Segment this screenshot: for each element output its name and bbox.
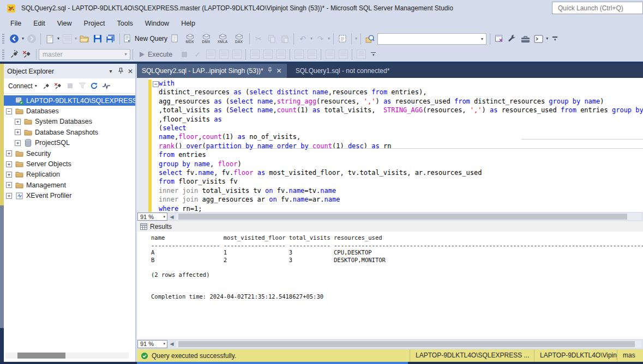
database-combobox[interactable]: master ▾: [39, 49, 130, 60]
refresh-icon[interactable]: [89, 80, 100, 93]
add-item-dropdown-caret[interactable]: ▾: [75, 32, 77, 45]
results-header[interactable]: Results: [137, 221, 643, 232]
expand-expander-icon[interactable]: +: [15, 119, 21, 125]
xmla-query-button[interactable]: XMLA: [216, 34, 229, 44]
window-dropdown-caret[interactable]: ▾: [546, 32, 548, 45]
oe-disconnect-plug-icon[interactable]: [53, 80, 64, 93]
zoom-dropdown-caret[interactable]: ▾: [163, 342, 167, 346]
query-options-button[interactable]: [218, 48, 229, 61]
new-project-button[interactable]: *: [44, 32, 55, 45]
quick-launch-input[interactable]: [557, 4, 641, 13]
sql-window-button[interactable]: ✕: [494, 32, 504, 45]
display-estimated-plan-button[interactable]: [205, 48, 216, 61]
close-icon[interactable]: ✕: [125, 68, 135, 75]
find-combobox[interactable]: ▾: [377, 33, 486, 45]
open-file-button[interactable]: [79, 32, 90, 45]
tree-node[interactable]: +Database Snapshots: [4, 127, 135, 137]
zoom-dropdown-caret[interactable]: ▾: [163, 215, 167, 219]
specify-template-values-button[interactable]: [356, 48, 366, 61]
increase-indent-button[interactable]: [338, 48, 348, 61]
dmx-query-button[interactable]: DMX: [200, 34, 213, 44]
command-window-button[interactable]: [533, 32, 544, 45]
cancel-query-button[interactable]: [179, 48, 190, 61]
find-in-files-button[interactable]: [364, 32, 375, 45]
expand-expander-icon[interactable]: +: [15, 129, 21, 135]
analysis-query-button[interactable]: [170, 32, 181, 45]
save-button[interactable]: [92, 32, 103, 45]
editor-zoom-select[interactable]: 91 % ▾: [137, 213, 167, 221]
navigate-back-button[interactable]: [9, 32, 20, 45]
pin-icon[interactable]: [116, 68, 125, 75]
toolbar-overflow-button[interactable]: ▾: [371, 52, 376, 57]
save-all-button[interactable]: [105, 32, 116, 45]
sqlcmd-mode-button[interactable]: [249, 48, 260, 61]
tree-node[interactable]: +Management: [4, 180, 135, 190]
disconnect-plug-button[interactable]: [22, 48, 33, 61]
expand-expander-icon[interactable]: +: [15, 140, 21, 146]
results-pane[interactable]: name most_visited_floor total_visits res…: [137, 232, 643, 339]
menu-help[interactable]: Help: [175, 17, 201, 29]
new-project-dropdown-caret[interactable]: ▾: [57, 32, 59, 45]
undo-dropdown-caret[interactable]: ▾: [310, 32, 313, 45]
box-selection-button[interactable]: [337, 32, 348, 45]
wrench-button[interactable]: [507, 32, 518, 45]
window-position-caret-icon[interactable]: ▾: [106, 68, 116, 74]
collapse-expander-icon[interactable]: −: [6, 108, 12, 114]
dax-query-button[interactable]: DAX: [232, 34, 245, 44]
object-explorer-header[interactable]: Object Explorer ▾ ✕: [4, 64, 135, 78]
object-explorer-hscrollbar[interactable]: [5, 353, 129, 359]
decrease-indent-button[interactable]: [324, 48, 335, 61]
expand-expander-icon[interactable]: +: [6, 161, 12, 167]
activity-monitor-icon[interactable]: [101, 80, 112, 93]
toolbox-button[interactable]: [520, 32, 531, 45]
tree-node[interactable]: +ProjectSQL: [4, 138, 135, 148]
tree-node[interactable]: +XEvent Profiler: [4, 191, 135, 201]
include-client-statistics-button[interactable]: [275, 48, 286, 61]
hscroll-left-button[interactable]: ◀: [167, 214, 176, 220]
tree-node[interactable]: LAPTOP-9DLKTL4O\SQLEXPRESS (SQL Se: [4, 95, 135, 106]
database-combobox-caret[interactable]: ▾: [122, 52, 130, 57]
tree-node[interactable]: +Replication: [4, 169, 135, 180]
menu-project[interactable]: Project: [78, 17, 111, 29]
redo-dropdown-caret[interactable]: ▾: [328, 32, 330, 45]
menu-file[interactable]: File: [4, 17, 27, 29]
connect-button[interactable]: Connect ▾: [6, 80, 40, 93]
results-zoom-select[interactable]: 91 % ▾: [137, 340, 167, 348]
results-to-grid-button[interactable]: [307, 48, 317, 61]
cut-button[interactable]: ✂: [253, 32, 264, 45]
sql-editor[interactable]: − withdistinct_resources as (select dist…: [137, 78, 643, 212]
tree-node[interactable]: −Databases: [4, 106, 135, 116]
toolbar-grip[interactable]: [2, 34, 4, 44]
paste-button[interactable]: [279, 32, 290, 45]
new-query-button[interactable]: New Query: [123, 32, 167, 45]
expand-expander-icon[interactable]: +: [6, 172, 12, 178]
results-hscrollbar[interactable]: [176, 341, 641, 348]
scrollbar-thumb[interactable]: [178, 341, 635, 347]
tab-pin-icon[interactable]: [268, 67, 272, 75]
tab-sqlquery1[interactable]: SQLQuery1.sql - not connected*: [287, 64, 399, 78]
filter-icon[interactable]: [77, 80, 88, 93]
execute-button[interactable]: Execute: [140, 48, 172, 61]
tree-node[interactable]: +Server Objects: [4, 159, 135, 169]
add-item-button[interactable]: [62, 32, 73, 45]
back-dropdown-caret[interactable]: ▾: [22, 32, 24, 45]
copy-button[interactable]: [266, 32, 277, 45]
code-collapse-icon[interactable]: −: [153, 81, 159, 87]
expand-expander-icon[interactable]: +: [6, 193, 12, 199]
navigate-forward-button[interactable]: [26, 32, 37, 45]
editor-hscrollbar[interactable]: [176, 213, 641, 220]
oe-connect-plug-icon[interactable]: [41, 80, 52, 93]
toolbar-grip[interactable]: [2, 50, 4, 59]
tree-node[interactable]: +System Databases: [4, 117, 135, 127]
scrollbar-thumb[interactable]: [178, 214, 627, 220]
results-to-text-button[interactable]: [293, 48, 304, 61]
parse-query-button[interactable]: ✓: [192, 48, 203, 61]
selection-dropdown-caret[interactable]: ▾: [355, 32, 357, 45]
mdx-query-button[interactable]: MDX: [183, 34, 196, 44]
find-input[interactable]: [378, 34, 481, 43]
tab-sqlquery2[interactable]: SQLQuery2.sql - LAP...ipinjot Singh (53)…: [137, 64, 287, 78]
scrollbar-thumb[interactable]: [17, 353, 65, 359]
hscroll-left-button[interactable]: ◀: [167, 341, 176, 347]
menu-view[interactable]: View: [51, 17, 78, 29]
tree-node[interactable]: +Security: [4, 148, 135, 159]
